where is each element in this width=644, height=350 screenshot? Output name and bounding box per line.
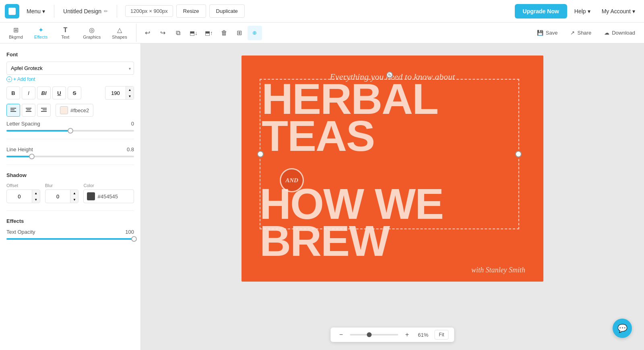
italic-button[interactable]: I [22,86,35,99]
copy-button[interactable]: ⧉ [171,26,186,40]
canvas-area[interactable]: Everything you need to know about ↻ HERB… [141,43,644,350]
help-button[interactable]: Help ▾ [570,6,594,17]
blur-up-button[interactable]: ▲ [70,190,78,196]
letter-spacing-value: 0 [131,121,134,127]
tab-text[interactable]: T Text [53,24,77,42]
blur-arrows: ▲ ▼ [70,190,78,203]
offset-input-wrap: ▲ ▼ [6,189,40,203]
letter-spacing-thumb[interactable] [68,128,73,134]
shapes-icon: △ [117,26,122,34]
menu-button[interactable]: Menu ▾ [23,6,49,17]
zoom-slider-track[interactable] [350,334,398,336]
byline-text[interactable]: with Stanley Smith [471,266,525,274]
offset-arrows: ▲ ▼ [32,190,40,203]
font-select[interactable]: Apfel Grotezk [6,62,134,75]
offset-up-button[interactable]: ▲ [32,190,40,196]
nav-divider [54,5,54,18]
svg-rect-10 [41,111,47,112]
main-area: Font Apfel Grotezk ▾ + Add font + + Add … [0,43,644,350]
text-opacity-fill [6,238,134,240]
tab-bkgrnd[interactable]: ⊞ Bkgrnd [3,24,29,42]
zoom-out-button[interactable]: − [336,330,346,340]
underline-button[interactable]: U [52,86,66,99]
position-button[interactable]: ⊕ [248,26,262,40]
bold-italic-button[interactable]: BI [37,86,51,99]
font-section-title: Font [6,51,134,58]
save-button[interactable]: 💾 Save [531,27,564,39]
graphics-label: Graphics [83,35,101,39]
dimensions-display: 1200px × 900px [125,5,173,17]
add-font-button[interactable]: + + Add font [6,76,35,82]
blur-label: Blur [45,183,79,188]
font-size-up-button[interactable]: ▲ [126,86,134,93]
zoom-in-button[interactable]: + [402,330,412,340]
download-button[interactable]: ☁ Download [599,27,641,39]
send-backward-button[interactable]: ⬒↓ [186,26,201,40]
redo-button[interactable]: ↪ [156,26,170,40]
font-size-input[interactable]: 190 [105,88,126,99]
text-opacity-thumb[interactable] [131,236,137,242]
fit-button[interactable]: Fit [434,330,448,340]
toolbar-right: 💾 Save ↗ Share ☁ Download [531,27,641,39]
text-opacity-label: Text Opacity [6,229,35,235]
blur-down-button[interactable]: ▼ [70,196,78,203]
share-button[interactable]: ↗ Share [565,27,597,39]
letter-spacing-label: Letter Spacing [6,121,40,127]
strikethrough-button[interactable]: S [68,86,81,99]
resize-handle-right[interactable] [515,151,522,157]
how-we-brew-text[interactable]: HOW WE BREW [260,185,519,259]
shadow-color-swatch [87,192,95,200]
font-select-wrapper[interactable]: Apfel Grotezk ▾ [6,62,134,75]
bring-forward-button[interactable]: ⬒↑ [202,26,216,40]
duplicate-button[interactable]: Duplicate [209,4,245,18]
font-size-down-button[interactable]: ▼ [126,93,134,99]
line-height-thumb[interactable] [29,154,35,159]
letter-spacing-track[interactable] [6,130,134,132]
bold-button[interactable]: B [6,86,20,99]
shadow-section: Shadow Offset ▲ ▼ Blur [6,172,134,211]
letter-spacing-label-row: Letter Spacing 0 [6,121,134,127]
font-size-arrows: ▲ ▼ [126,86,134,99]
tab-shapes[interactable]: △ Shapes [106,24,132,42]
text-icon: T [63,27,67,34]
shadow-color-picker[interactable]: #454545 [83,189,134,203]
grid-button[interactable]: ⊞ [232,26,247,40]
design-canvas[interactable]: Everything you need to know about ↻ HERB… [242,56,543,282]
text-opacity-label-row: Text Opacity 100 [6,229,134,235]
left-tab-group: ⊞ Bkgrnd ✦ Effects T Text ◎ Graphics △ S… [3,24,136,42]
tab-graphics[interactable]: ◎ Graphics [77,24,106,42]
bkgrnd-icon: ⊞ [13,26,19,34]
offset-input[interactable] [7,191,32,202]
account-button[interactable]: My Account ▾ [598,6,639,17]
line-height-track[interactable] [6,156,134,157]
chat-fab-button[interactable]: 💬 [613,319,632,338]
svg-rect-6 [26,111,31,112]
herbal-teas-text[interactable]: HERBAL TEAS [262,80,515,154]
canvas-wrapper: Everything you need to know about ↻ HERB… [242,56,543,282]
align-left-button[interactable] [6,104,20,117]
align-center-button[interactable] [22,104,35,117]
top-navbar: Menu ▾ Untitled Design ✏ 1200px × 900px … [0,0,644,23]
color-swatch [60,106,68,114]
blur-input[interactable] [45,191,70,202]
svg-rect-0 [10,108,16,109]
offset-down-button[interactable]: ▼ [32,196,40,203]
text-color-picker[interactable]: #fbece2 [56,104,93,117]
upgrade-button[interactable]: Upgrade Now [515,4,567,19]
align-center-icon [26,108,31,113]
tab-effects[interactable]: ✦ Effects [29,24,53,42]
save-icon: 💾 [537,30,543,36]
zoom-slider-thumb[interactable] [367,332,372,337]
shadow-color-hex: #454545 [97,194,118,200]
text-opacity-track[interactable] [6,238,134,240]
svg-rect-8 [41,108,47,109]
undo-button[interactable]: ↩ [140,26,155,40]
logo[interactable] [5,4,19,19]
zoom-value: 61% [416,332,430,338]
align-right-button[interactable] [37,104,51,117]
sidebar: Font Apfel Grotezk ▾ + Add font + + Add … [0,43,141,350]
line-height-value: 0.8 [127,146,134,152]
resize-button[interactable]: Resize [176,4,206,18]
design-title-area[interactable]: Untitled Design ✏ [59,6,112,17]
delete-button[interactable]: 🗑 [217,26,231,40]
